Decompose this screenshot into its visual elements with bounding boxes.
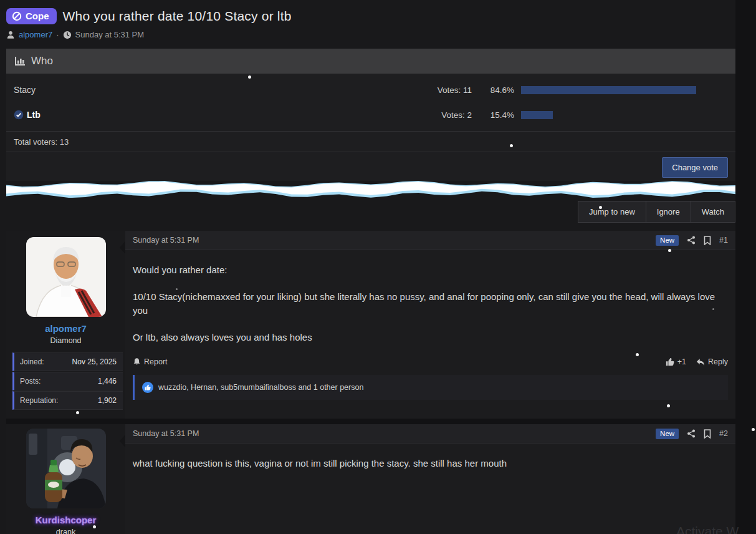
- poll-option-label: Ltb: [14, 110, 391, 120]
- forum-thread-page: Cope Who you rather date 10/10 Stacy or …: [0, 0, 756, 534]
- post-body: Would you rather date: 10/10 Stacy(niche…: [125, 250, 735, 344]
- poll-option-percent: 15.4%: [479, 110, 514, 120]
- ignore-button[interactable]: Ignore: [646, 201, 691, 223]
- thread-author-link[interactable]: alpomer7: [19, 30, 52, 39]
- post-paragraph: 10/10 Stacy(nichemaxxed for your liking)…: [133, 290, 727, 318]
- post-number-link[interactable]: #2: [719, 429, 728, 438]
- poll-option-votes: Votes: 11: [391, 85, 472, 95]
- post-1-user-cell: alpomer7 Diamond Joined: Nov 25, 2025 Po…: [6, 231, 125, 419]
- check-circle-icon: [14, 110, 24, 120]
- clock-icon: [63, 31, 72, 39]
- thread-date: Sunday at 5:31 PM: [75, 30, 145, 39]
- like-button[interactable]: +1: [666, 357, 686, 366]
- particle-dot: [510, 144, 513, 147]
- like-reaction-icon: [142, 382, 153, 393]
- poll-header: Who: [6, 49, 735, 74]
- bookmark-icon[interactable]: [704, 236, 711, 245]
- new-badge: New: [656, 235, 679, 246]
- post-header: Sunday at 5:31 PM New #2: [125, 424, 735, 444]
- message-arrow: [120, 435, 125, 447]
- poll-bar-track: [521, 111, 728, 119]
- post-number-link[interactable]: #1: [719, 236, 728, 245]
- reactions-bar[interactable]: wuzzdio, Hernan, sub5mumbaifinalboss and…: [133, 375, 728, 400]
- poll-option-row: Ltb Votes: 2 15.4%: [6, 106, 735, 124]
- post-footer: Report +1 Reply: [125, 357, 735, 366]
- stat-row: Posts: 1,446: [12, 372, 123, 391]
- thread-tag-label: Cope: [26, 11, 49, 21]
- user-stats: Joined: Nov 25, 2025 Posts: 1,446 Reputa…: [12, 352, 123, 410]
- new-badge: New: [656, 429, 679, 439]
- particle-dot: [667, 404, 670, 407]
- thread-tag-badge[interactable]: Cope: [6, 8, 57, 24]
- poll-option-label: Stacy: [14, 85, 391, 95]
- avatar[interactable]: [26, 237, 106, 317]
- share-icon[interactable]: [687, 429, 696, 438]
- watch-button[interactable]: Watch: [691, 201, 735, 223]
- meta-separator: ·: [56, 30, 59, 39]
- poll-block: Who Stacy Votes: 11 84.6% Ltb Votes: 2 1…: [6, 49, 735, 181]
- post-1-message-cell: Sunday at 5:31 PM New #1 Would you rathe…: [125, 231, 735, 419]
- particle-dot: [636, 353, 639, 356]
- no-entry-icon: [12, 11, 22, 21]
- stat-row: Reputation: 1,902: [12, 391, 123, 410]
- share-icon[interactable]: [687, 236, 696, 245]
- report-button[interactable]: Report: [133, 357, 168, 366]
- page-title: Who you rather date 10/10 Stacy or ltb: [63, 9, 292, 24]
- username-link[interactable]: Kurdishcoper: [6, 515, 125, 525]
- reply-button[interactable]: Reply: [696, 357, 728, 366]
- particle-dot: [76, 411, 79, 414]
- user-title: Diamond: [6, 336, 125, 345]
- message-arrow: [120, 241, 125, 254]
- reply-arrow-icon: [696, 358, 705, 366]
- bookmark-icon[interactable]: [704, 429, 711, 439]
- bell-icon: [133, 357, 141, 366]
- poll-bar-fill: [521, 111, 553, 119]
- change-vote-button[interactable]: Change vote: [662, 157, 728, 178]
- post-2-user-cell: Kurdishcoper drank: [6, 424, 125, 534]
- user-title: drank: [6, 528, 125, 534]
- post-header: Sunday at 5:31 PM New #1: [125, 231, 735, 250]
- poll-option-percent: 84.6%: [479, 85, 514, 95]
- particle-dot: [599, 206, 602, 209]
- post-body: what fucking question is this, vagina or…: [125, 444, 735, 470]
- particle-dot: [176, 288, 178, 290]
- post-paragraph: Would you rather date:: [133, 263, 727, 277]
- poll-bar-track: [521, 86, 728, 94]
- post-date-link[interactable]: Sunday at 5:31 PM: [133, 236, 199, 245]
- avatar[interactable]: [26, 429, 106, 508]
- post-paragraph: what fucking question is this, vagina or…: [133, 457, 727, 470]
- post-2: Kurdishcoper drank Sunday at 5:31 PM New…: [6, 424, 735, 534]
- poll-bar-fill: [521, 86, 696, 94]
- particle-dot: [752, 428, 755, 431]
- person-icon: [6, 31, 15, 39]
- particle-dot: [248, 75, 251, 79]
- particle-dot: [668, 249, 671, 252]
- post-1: alpomer7 Diamond Joined: Nov 25, 2025 Po…: [6, 231, 735, 419]
- stat-row: Joined: Nov 25, 2025: [12, 352, 123, 371]
- poll-total-voters: Total voters: 13: [6, 131, 735, 152]
- particle-dot: [93, 525, 96, 528]
- username-link[interactable]: alpomer7: [6, 323, 125, 334]
- poll-option-row: Stacy Votes: 11 84.6%: [6, 81, 735, 99]
- jump-to-new-button[interactable]: Jump to new: [578, 201, 646, 223]
- thread-meta: alpomer7 · Sunday at 5:31 PM: [6, 30, 735, 39]
- thread-actions: Jump to new Ignore Watch: [578, 201, 735, 223]
- poll-title: Who: [31, 55, 53, 67]
- poll-chart-icon: [14, 56, 26, 66]
- thumbs-up-icon: [666, 357, 674, 366]
- right-background-band: [735, 0, 756, 534]
- particle-dot: [712, 308, 714, 310]
- post-2-message-cell: Sunday at 5:31 PM New #2 what fucking qu…: [125, 424, 735, 534]
- post-date-link[interactable]: Sunday at 5:31 PM: [133, 429, 199, 438]
- activate-watermark: Activate W: [676, 524, 739, 534]
- poll-footer: Change vote: [6, 152, 735, 182]
- thread-header: Cope Who you rather date 10/10 Stacy or …: [6, 8, 735, 39]
- post-paragraph: Or ltb, also always loves you and has ho…: [133, 331, 727, 344]
- reactions-text: wuzzdio, Hernan, sub5mumbaifinalboss and…: [158, 383, 363, 392]
- torn-paper-divider: [6, 179, 735, 198]
- poll-option-votes: Votes: 2: [391, 110, 472, 120]
- post-separator: [6, 419, 735, 424]
